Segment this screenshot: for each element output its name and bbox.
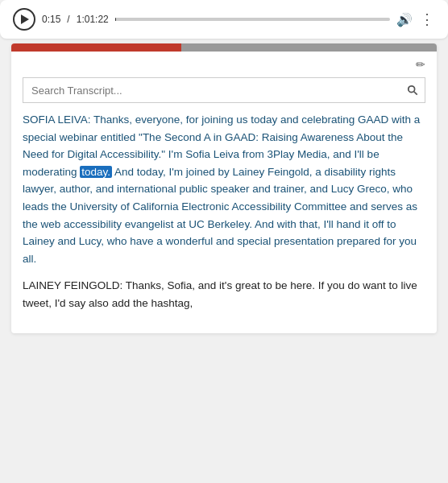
svg-line-1 xyxy=(414,92,417,95)
transcript-content[interactable]: SOFIA LEIVA: Thanks, everyone, for joini… xyxy=(11,111,437,333)
edit-icon[interactable]: ✏ xyxy=(413,56,429,72)
play-button[interactable] xyxy=(13,8,35,31)
total-time: 1:01:22 xyxy=(77,14,109,25)
toolbar: ✏ xyxy=(11,52,437,74)
progress-fill xyxy=(115,18,116,21)
search-input[interactable] xyxy=(23,77,400,103)
highlight-today: today. xyxy=(80,166,112,178)
time-display: 0:15 xyxy=(42,14,60,25)
volume-icon[interactable]: 🔊 xyxy=(396,11,413,27)
speaker-block-sofia: SOFIA LEIVA: Thanks, everyone, for joini… xyxy=(23,111,425,267)
top-bar xyxy=(11,43,437,52)
search-bar xyxy=(23,77,425,103)
search-icon xyxy=(407,85,418,96)
search-button[interactable] xyxy=(400,77,425,103)
lainey-speech: LAINEY FEINGOLD: Thanks, Sofia, and it's… xyxy=(23,279,417,309)
progress-bar[interactable] xyxy=(115,18,390,21)
speaker-block-lainey: LAINEY FEINGOLD: Thanks, Sofia, and it's… xyxy=(23,277,425,312)
svg-point-0 xyxy=(409,86,415,93)
more-options-icon[interactable]: ⋮ xyxy=(419,11,435,27)
time-separator: / xyxy=(67,14,69,25)
transcript-panel: ✏ SOFIA LEIVA: Thanks, everyone, for joi… xyxy=(11,43,437,333)
sofia-speech: SOFIA LEIVA: Thanks, everyone, for joini… xyxy=(23,114,420,265)
audio-player: 0:15 / 1:01:22 🔊 ⋮ xyxy=(0,0,448,39)
